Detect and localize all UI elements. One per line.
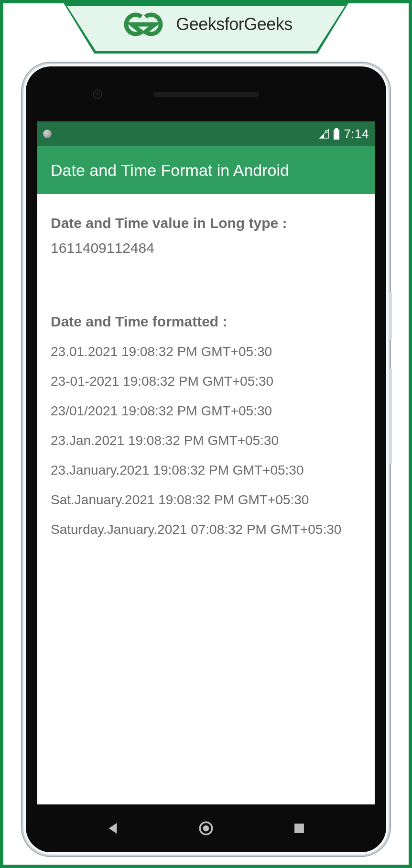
formatted-line: 23/01/2021 19:08:32 PM GMT+05:30 — [51, 403, 361, 419]
heading-formatted: Date and Time formatted : — [51, 314, 361, 330]
phone-screen: 7:14 Date and Time Format in Android Dat… — [37, 121, 375, 804]
svg-rect-1 — [334, 130, 339, 140]
long-value: 1611409112484 — [51, 240, 361, 256]
formatted-line: Sat.January.2021 19:08:32 PM GMT+05:30 — [51, 492, 361, 508]
signal-icon — [319, 129, 329, 139]
site-name: GeeksforGeeks — [176, 14, 293, 34]
formatted-line: 23.January.2021 19:08:32 PM GMT+05:30 — [51, 463, 361, 478]
loading-indicator-icon — [43, 130, 52, 138]
formatted-list: 23.01.2021 19:08:32 PM GMT+05:30 23-01-2… — [51, 344, 361, 537]
svg-point-3 — [203, 825, 209, 832]
status-time: 7:14 — [344, 127, 369, 141]
formatted-line: Saturday.January.2021 07:08:32 PM GMT+05… — [51, 522, 361, 537]
app-bar: Date and Time Format in Android — [37, 146, 375, 194]
site-banner: GeeksforGeeks — [53, 3, 359, 65]
formatted-line: 23.01.2021 19:08:32 PM GMT+05:30 — [51, 344, 361, 359]
svg-rect-0 — [335, 128, 338, 130]
nav-recents-button[interactable] — [291, 820, 307, 836]
battery-icon — [333, 128, 340, 140]
nav-home-button[interactable] — [198, 820, 214, 836]
nav-back-button[interactable] — [105, 820, 121, 836]
content-area: Date and Time value in Long type : 16114… — [37, 194, 375, 558]
phone-bezel-top — [26, 66, 386, 121]
svg-rect-4 — [294, 824, 304, 833]
phone-frame: 7:14 Date and Time Format in Android Dat… — [22, 63, 390, 856]
heading-long-type: Date and Time value in Long type : — [51, 215, 361, 231]
gfg-logo-icon — [119, 10, 167, 39]
status-bar[interactable]: 7:14 — [37, 121, 375, 146]
app-title: Date and Time Format in Android — [51, 161, 289, 180]
formatted-line: 23-01-2021 19:08:32 PM GMT+05:30 — [51, 374, 361, 389]
android-nav-bar — [37, 804, 375, 852]
formatted-line: 23.Jan.2021 19:08:32 PM GMT+05:30 — [51, 433, 361, 448]
